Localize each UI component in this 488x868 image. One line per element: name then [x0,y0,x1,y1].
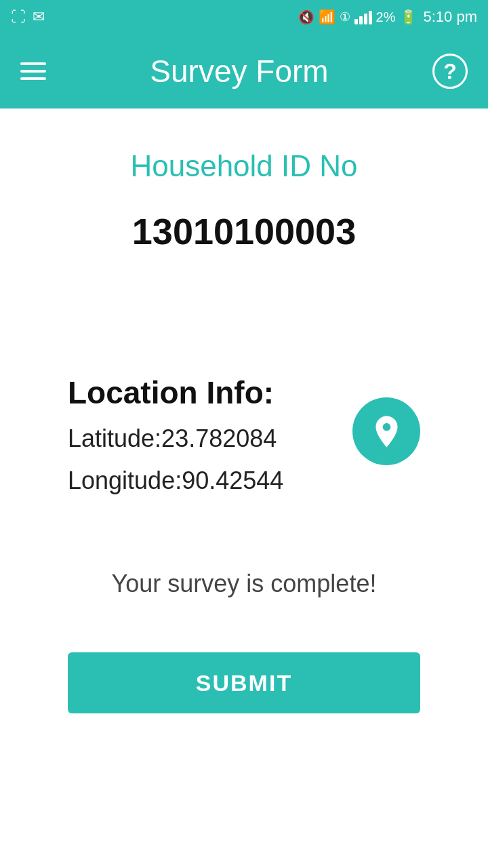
gallery-icon: ⛶ [11,8,26,26]
sim-icon: ① [340,9,350,24]
location-header-row: Location Info: Latitude:23.782084 Longit… [68,374,461,495]
status-bar: ⛶ ✉ 🔇 📶 ① 2% 🔋 5:10 pm [0,0,488,34]
clock: 5:10 pm [424,8,478,26]
message-icon: ✉ [33,8,45,26]
page-title: Survey Form [150,53,328,90]
household-id-value: 13010100003 [130,210,357,252]
status-bar-right: 🔇 📶 ① 2% 🔋 5:10 pm [298,8,477,26]
signal-bars [354,9,372,24]
location-pin-icon [368,413,405,450]
question-mark-icon: ? [443,59,457,84]
wifi-icon: 📶 [319,9,336,25]
help-button[interactable]: ? [432,54,468,89]
status-bar-left: ⛶ ✉ [11,8,45,26]
location-icon-container [352,397,420,465]
main-content: Household ID No 13010100003 Location Inf… [0,108,488,741]
survey-complete-text: Your survey is complete! [112,570,377,598]
household-section: Household ID No 13010100003 [130,149,357,320]
household-label: Household ID No [130,149,357,183]
latitude-text: Latitude:23.782084 [68,425,283,453]
submit-button[interactable]: SUBMIT [68,652,420,713]
location-section: Location Info: Latitude:23.782084 Longit… [27,374,461,515]
app-bar: Survey Form ? [0,34,488,108]
battery-icon: 🔋 [400,9,417,25]
mute-icon: 🔇 [298,9,314,25]
battery-text: 2% [376,9,396,25]
location-title: Location Info: [68,374,283,411]
longitude-text: Longitude:90.42544 [68,467,283,495]
menu-button[interactable] [20,62,46,80]
survey-complete-section: Your survey is complete! [112,570,377,625]
